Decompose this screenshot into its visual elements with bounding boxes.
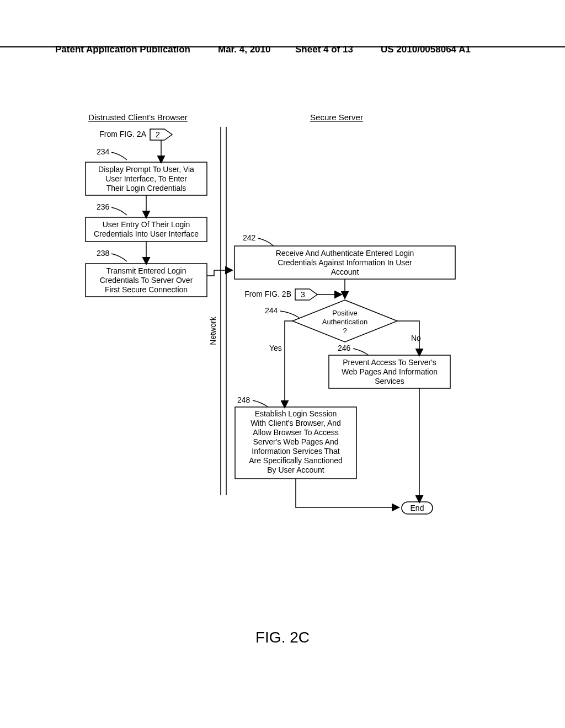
from-fig2a-connector	[150, 129, 172, 140]
refnum-238: 238	[97, 249, 110, 258]
network-label: Network	[209, 316, 217, 345]
box-234-l3: Their Login Credentials	[106, 184, 186, 192]
from-fig2b-num: 3	[301, 290, 305, 299]
box-246-l2: Web Pages And Information	[342, 367, 438, 376]
header-left: Patent Application Publication	[55, 44, 190, 55]
from-fig2a-label: From FIG. 2A	[99, 130, 146, 138]
header-sheet: Sheet 4 of 13	[295, 44, 353, 55]
page-header: Patent Application Publication Mar. 4, 2…	[0, 44, 565, 47]
box-248-l5: Information Services That	[252, 447, 339, 456]
lane-title-left: Distrusted Client's Browser	[88, 113, 188, 122]
box-236-l1: User Entry Of Their Login	[103, 220, 190, 229]
box-248-l1: Establish Login Session	[255, 409, 337, 418]
from-fig2b-connector	[295, 289, 317, 300]
leader-242	[258, 238, 274, 246]
box-234-l2: User Interface, To Enter	[105, 174, 187, 183]
refnum-234: 234	[97, 147, 110, 156]
leader-246	[353, 349, 369, 355]
leader-236	[111, 207, 127, 215]
decision-244-l3: ?	[343, 326, 347, 335]
box-242-l1: Receive And Authenticate Entered Login	[276, 249, 414, 258]
flowchart: Distrusted Client's Browser Secure Serve…	[66, 110, 491, 543]
box-238-l3: First Secure Connection	[105, 285, 188, 294]
box-242-l2: Credentials Against Information In User	[278, 258, 412, 267]
refnum-244: 244	[265, 306, 278, 315]
from-fig2a-num: 2	[156, 130, 160, 139]
box-248-l2: With Client's Browser, And	[250, 419, 341, 427]
box-238-l1: Transmit Entered Login	[106, 266, 186, 275]
branch-yes: Yes	[269, 344, 282, 352]
decision-244-l1: Positive	[332, 309, 358, 317]
from-fig2b-label: From FIG. 2B	[244, 290, 291, 298]
box-246-l1: Prevent Access To Server's	[343, 358, 436, 367]
header-pubno: US 2010/0058064 A1	[381, 44, 471, 55]
lane-title-right: Secure Server	[310, 113, 363, 122]
header-date: Mar. 4, 2010	[218, 44, 270, 55]
refnum-246: 246	[338, 344, 351, 352]
arrow-248-to-end	[296, 479, 398, 507]
box-248-l7: By User Account	[267, 465, 324, 474]
box-246-l3: Services	[375, 377, 404, 386]
end-label: End	[411, 504, 424, 512]
leader-234	[111, 152, 127, 160]
decision-244-l2: Authentication	[322, 318, 367, 326]
refnum-242: 242	[243, 233, 256, 242]
leader-244	[280, 311, 299, 318]
box-238-l2: Credentials To Server Over	[100, 276, 193, 285]
arrow-yes-to-248	[285, 321, 292, 407]
box-248-l6: Are Specifically Sanctioned	[249, 456, 343, 465]
box-248-l3: Allow Browser To Access	[253, 428, 338, 437]
box-236-l2: Credentials Into User Interface	[94, 229, 199, 238]
refnum-236: 236	[97, 202, 110, 211]
box-234-l1: Display Prompt To User, Via	[98, 165, 194, 174]
box-242-l3: Account	[331, 267, 359, 276]
box-248-l4: Server's Web Pages And	[253, 437, 339, 446]
leader-248	[253, 400, 268, 407]
arrow-238-to-server	[207, 270, 232, 276]
figure-label: FIG. 2C	[0, 629, 565, 646]
refnum-248: 248	[237, 395, 250, 404]
branch-no: No	[411, 334, 421, 342]
leader-238	[111, 254, 127, 261]
